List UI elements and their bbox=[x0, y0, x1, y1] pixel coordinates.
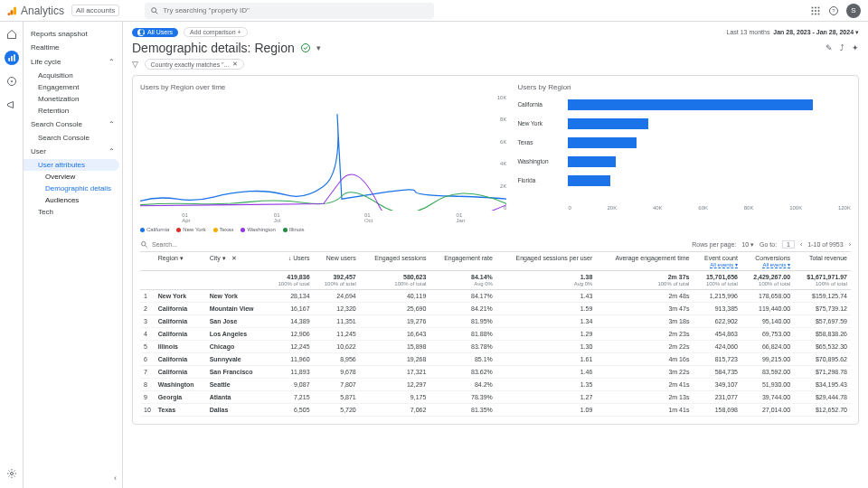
search-icon bbox=[140, 240, 148, 249]
rail-home[interactable] bbox=[5, 27, 19, 42]
page-next[interactable]: › bbox=[849, 241, 851, 248]
table-row[interactable]: 7CaliforniaSan Francisco11,8939,67817,32… bbox=[140, 366, 851, 379]
goto-input[interactable]: 1 bbox=[782, 240, 795, 249]
chevron-up-icon: ⌃ bbox=[108, 147, 115, 155]
rail-explore[interactable] bbox=[5, 74, 19, 89]
col-region[interactable]: Region ▾ bbox=[155, 252, 206, 271]
col-conversions[interactable]: ConversionsAll events ▾ bbox=[741, 252, 794, 271]
date-range[interactable]: Last 13 months Jan 28, 2023 - Jan 28, 20… bbox=[727, 29, 859, 36]
svg-point-8 bbox=[812, 10, 814, 12]
col-new-users[interactable]: New users bbox=[314, 252, 360, 271]
sidebar-search-console[interactable]: Search Console⌃ bbox=[24, 117, 122, 132]
svg-line-24 bbox=[146, 246, 147, 248]
svg-point-5 bbox=[812, 6, 814, 8]
table-row[interactable]: 5IllinoisChicago12,24510,62215,89883.78%… bbox=[140, 341, 851, 353]
page-prev[interactable]: ‹ bbox=[800, 241, 802, 248]
svg-point-20 bbox=[11, 80, 13, 82]
table-row[interactable]: 9GeorgiaAtlanta7,2155,8719,17578.39%1.27… bbox=[140, 391, 851, 404]
svg-rect-1 bbox=[11, 10, 14, 15]
app-name: Analytics bbox=[21, 5, 64, 17]
svg-point-11 bbox=[812, 13, 814, 14]
sidebar-acquisition[interactable]: Acquisition bbox=[24, 70, 122, 81]
filter-icon: ▽ bbox=[132, 60, 138, 69]
sidebar-sc-item[interactable]: Search Console bbox=[24, 132, 122, 144]
svg-point-23 bbox=[142, 242, 146, 247]
close-icon[interactable]: ✕ bbox=[232, 61, 238, 68]
filter-chip[interactable]: Country exactly matches "...✕ bbox=[145, 59, 245, 70]
global-search[interactable] bbox=[145, 3, 434, 19]
chevron-up-icon: ⌃ bbox=[108, 58, 115, 66]
svg-point-22 bbox=[301, 44, 309, 52]
search-input[interactable] bbox=[163, 6, 429, 14]
title-dropdown[interactable]: ▾ bbox=[316, 43, 321, 52]
sidebar-audiences[interactable]: Audiences bbox=[24, 194, 122, 206]
table-search-input[interactable] bbox=[152, 241, 242, 248]
people-icon: 👤 bbox=[137, 29, 145, 36]
table-row[interactable]: 1New YorkNew York28,13424,69440,11984.17… bbox=[140, 290, 851, 303]
table-row[interactable]: 8WashingtonSeattle9,0877,80712,29784.2%1… bbox=[140, 379, 851, 391]
sidebar-user-attributes[interactable]: User attributes bbox=[24, 159, 119, 171]
accounts-dropdown[interactable]: All accounts bbox=[71, 5, 119, 16]
line-chart-title: Users by Region over time bbox=[140, 83, 506, 91]
rail-reports[interactable] bbox=[5, 51, 19, 65]
table-row[interactable]: 3CaliforniaSan Jose14,38911,35119,27681.… bbox=[140, 315, 851, 328]
svg-text:?: ? bbox=[832, 8, 835, 14]
sidebar-engagement[interactable]: Engagement bbox=[24, 81, 122, 93]
sidebar-overview[interactable]: Overview bbox=[24, 171, 122, 183]
sidebar: Reports snapshot Realtime Life cycle⌃ Ac… bbox=[24, 22, 123, 488]
col-revenue[interactable]: Total revenue bbox=[794, 252, 851, 271]
sidebar-reports-snapshot[interactable]: Reports snapshot bbox=[24, 27, 122, 41]
col-eng-per-user[interactable]: Engaged sessions per user bbox=[496, 252, 597, 271]
sidebar-demographic-details[interactable]: Demographic details bbox=[24, 183, 122, 194]
analytics-logo-icon bbox=[7, 5, 18, 16]
svg-point-13 bbox=[818, 13, 820, 14]
search-icon bbox=[150, 6, 159, 15]
rail-advertising[interactable] bbox=[5, 98, 19, 112]
svg-point-21 bbox=[10, 473, 13, 475]
sidebar-user[interactable]: User⌃ bbox=[24, 144, 122, 159]
insights-icon[interactable]: ✦ bbox=[852, 43, 859, 52]
col-eng-rate[interactable]: Engagement rate bbox=[429, 252, 495, 271]
topbar: Analytics All accounts ? S bbox=[0, 0, 868, 22]
customize-icon[interactable]: ✎ bbox=[826, 43, 833, 52]
app-logo[interactable]: Analytics bbox=[7, 5, 64, 17]
table-row[interactable]: 10TexasDallas6,5055,7207,06281.35%1.091m… bbox=[140, 404, 851, 417]
data-table: Region ▾ City ▾ ✕ ↓ Users New users Enga… bbox=[140, 252, 851, 417]
table-row[interactable]: 2CaliforniaMountain View16,16712,32025,6… bbox=[140, 303, 851, 315]
svg-point-12 bbox=[815, 13, 816, 14]
sidebar-monetization[interactable]: Monetization bbox=[24, 93, 122, 105]
svg-rect-18 bbox=[14, 54, 15, 61]
svg-point-2 bbox=[8, 13, 11, 15]
col-event-count[interactable]: Event countAll events ▾ bbox=[693, 252, 741, 271]
col-avg-eng[interactable]: Average engagement time bbox=[596, 252, 693, 271]
segment-chip[interactable]: 👤All Users bbox=[132, 28, 178, 37]
col-city[interactable]: City ▾ ✕ bbox=[206, 252, 268, 271]
page-title: Demographic details: Region bbox=[132, 41, 295, 55]
user-avatar[interactable]: S bbox=[846, 4, 861, 18]
share-icon[interactable]: ⤴ bbox=[840, 43, 844, 52]
bar-chart-title: Users by Region bbox=[517, 83, 851, 91]
col-users[interactable]: ↓ Users bbox=[267, 252, 313, 271]
table-row[interactable]: 4CaliforniaLos Angeles12,90611,24516,643… bbox=[140, 328, 851, 341]
explore-icon bbox=[6, 76, 17, 87]
help-icon[interactable]: ? bbox=[828, 5, 839, 16]
table-row[interactable]: 6CaliforniaSunnyvale11,9608,95619,26885.… bbox=[140, 353, 851, 366]
add-comparison-button[interactable]: Add comparison + bbox=[184, 27, 248, 37]
verified-icon bbox=[300, 42, 311, 53]
gear-icon bbox=[6, 468, 17, 479]
svg-point-6 bbox=[815, 6, 816, 8]
sidebar-retention[interactable]: Retention bbox=[24, 105, 122, 117]
rail-admin[interactable] bbox=[5, 466, 19, 481]
svg-rect-0 bbox=[14, 6, 16, 14]
rows-per-page-select[interactable]: 10 ▾ bbox=[741, 241, 754, 249]
col-eng-sess[interactable]: Engaged sessions bbox=[360, 252, 430, 271]
line-legend: CaliforniaNew YorkTexasWashingtonIllinoi… bbox=[140, 227, 506, 232]
apps-icon[interactable] bbox=[810, 5, 821, 16]
sidebar-collapse[interactable]: ‹ bbox=[114, 474, 117, 483]
svg-point-3 bbox=[152, 7, 156, 12]
sidebar-lifecycle[interactable]: Life cycle⌃ bbox=[24, 54, 122, 70]
line-chart: 10K8K6K4K2K0 bbox=[140, 95, 506, 211]
sidebar-realtime[interactable]: Realtime bbox=[24, 41, 122, 54]
svg-point-7 bbox=[818, 6, 820, 8]
sidebar-tech[interactable]: Tech bbox=[24, 206, 122, 218]
